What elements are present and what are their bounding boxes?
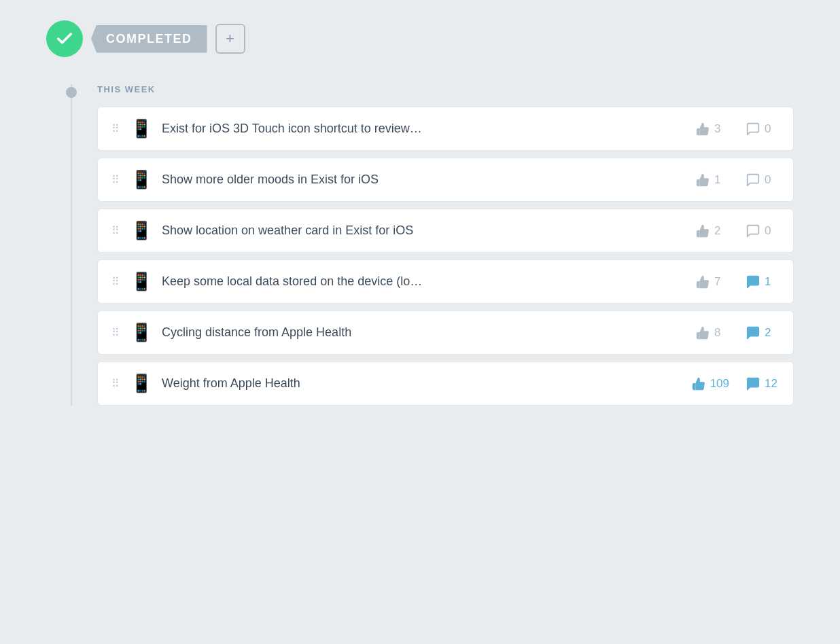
item-stats: 1 0 (695, 173, 780, 187)
likes-stat: 7 (695, 274, 729, 289)
section-label: THIS WEEK (97, 84, 794, 94)
comment-icon (746, 223, 760, 238)
item-stats: 8 2 (695, 325, 780, 340)
list-item[interactable]: ⠿ 📱 Show location on weather card in Exi… (97, 209, 794, 253)
likes-stat: 8 (695, 325, 729, 340)
comments-stat: 0 (746, 122, 780, 137)
likes-count: 1 (714, 173, 720, 187)
completed-badge: COMPLETED (91, 25, 207, 53)
thumbs-up-icon (695, 325, 710, 340)
list-item[interactable]: ⠿ 📱 Cycling distance from Apple Health 8… (97, 310, 794, 355)
drag-handle[interactable]: ⠿ (111, 224, 121, 237)
comments-stat: 1 (746, 274, 780, 289)
item-title: Show more older moods in Exist for iOS (162, 173, 686, 187)
comments-count: 0 (765, 122, 771, 136)
app-icon: 📱 (130, 373, 152, 394)
item-title: Keep some local data stored on the devic… (162, 274, 686, 289)
app-icon: 📱 (130, 322, 152, 343)
item-stats: 3 0 (695, 122, 780, 137)
likes-count: 109 (710, 377, 729, 391)
comments-stat: 12 (746, 376, 780, 391)
item-stats: 109 12 (691, 376, 780, 391)
likes-count: 7 (714, 275, 720, 289)
thumbs-up-icon (695, 122, 710, 137)
app-icon: 📱 (130, 169, 152, 190)
completed-check-icon (46, 20, 83, 57)
likes-stat: 2 (695, 223, 729, 238)
completed-label: COMPLETED (106, 32, 192, 46)
list-item[interactable]: ⠿ 📱 Weight from Apple Health 109 12 (97, 361, 794, 406)
list-item[interactable]: ⠿ 📱 Show more older moods in Exist for i… (97, 158, 794, 202)
comments-count: 0 (765, 173, 771, 187)
drag-handle[interactable]: ⠿ (111, 173, 121, 186)
item-title: Exist for iOS 3D Touch icon shortcut to … (162, 122, 686, 136)
app-icon: 📱 (130, 118, 152, 139)
likes-count: 3 (714, 122, 720, 136)
comments-count: 12 (765, 377, 777, 391)
app-icon: 📱 (130, 271, 152, 292)
thumbs-up-icon (691, 376, 706, 391)
comment-icon (746, 274, 760, 289)
comments-count: 1 (765, 275, 771, 289)
likes-stat: 3 (695, 122, 729, 137)
drag-handle[interactable]: ⠿ (111, 326, 121, 339)
timeline-dot (66, 87, 77, 98)
thumbs-up-icon (695, 274, 710, 289)
drag-handle[interactable]: ⠿ (111, 122, 121, 135)
likes-count: 8 (714, 326, 720, 340)
likes-count: 2 (714, 224, 720, 238)
comment-icon (746, 376, 760, 391)
likes-stat: 109 (691, 376, 729, 391)
comment-icon (746, 325, 760, 340)
likes-stat: 1 (695, 173, 729, 187)
comment-icon (746, 173, 760, 187)
item-stats: 7 1 (695, 274, 780, 289)
item-title: Cycling distance from Apple Health (162, 325, 686, 340)
comments-count: 2 (765, 326, 771, 340)
list-item[interactable]: ⠿ 📱 Exist for iOS 3D Touch icon shortcut… (97, 107, 794, 151)
items-list: ⠿ 📱 Exist for iOS 3D Touch icon shortcut… (97, 107, 794, 406)
comment-icon (746, 122, 760, 137)
add-button[interactable]: + (215, 24, 245, 54)
add-icon: + (226, 30, 234, 48)
list-item[interactable]: ⠿ 📱 Keep some local data stored on the d… (97, 260, 794, 304)
item-stats: 2 0 (695, 223, 780, 238)
comments-stat: 0 (746, 173, 780, 187)
app-icon: 📱 (130, 220, 152, 241)
comments-stat: 0 (746, 223, 780, 238)
item-title: Show location on weather card in Exist f… (162, 223, 686, 238)
header-row: COMPLETED + (46, 14, 794, 57)
comments-count: 0 (765, 224, 771, 238)
item-title: Weight from Apple Health (162, 376, 682, 391)
drag-handle[interactable]: ⠿ (111, 275, 121, 288)
content-wrapper: THIS WEEK ⠿ 📱 Exist for iOS 3D Touch ico… (46, 84, 794, 406)
drag-handle[interactable]: ⠿ (111, 377, 121, 390)
thumbs-up-icon (695, 223, 710, 238)
thumbs-up-icon (695, 173, 710, 187)
this-week-section: THIS WEEK ⠿ 📱 Exist for iOS 3D Touch ico… (46, 84, 794, 406)
comments-stat: 2 (746, 325, 780, 340)
